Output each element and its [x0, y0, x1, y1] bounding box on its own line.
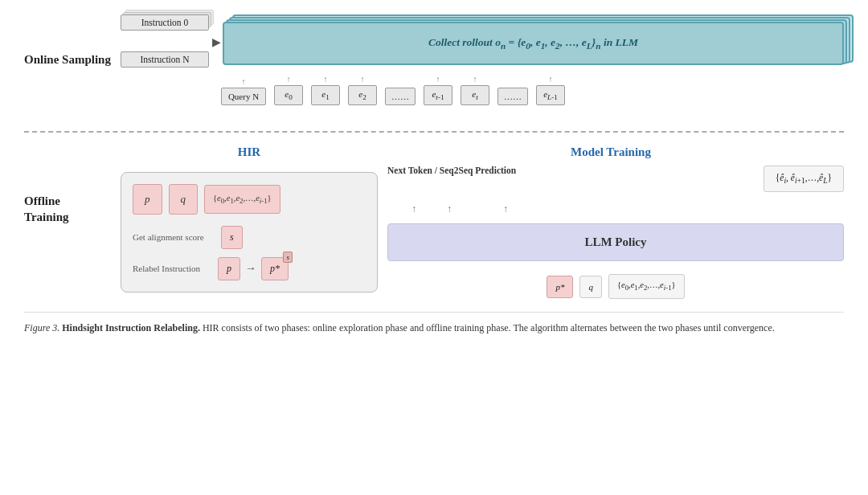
offline-training-section: OfflineTraining HIR Model Training p q {… [24, 145, 844, 298]
instruction-0-box: Instruction 0 [121, 14, 209, 31]
arrow-to-llm-3: ↑ [503, 203, 508, 215]
model-training-top: Next Token / Seq2Seq Prediction {êi, êi+… [387, 166, 844, 192]
rollout-box: Collect rollout on = {e0, e1, e2, …, eL}… [223, 22, 844, 65]
e2-group: ↑ e2 [346, 76, 379, 105]
section-headers: HIR Model Training [121, 145, 844, 159]
online-sampling-section: Online Sampling Instruction 0 Instructio… [24, 14, 844, 117]
hir-row1: p q {e0,e1,e2,…,ei-1} [133, 184, 366, 215]
hir-q-box: q [169, 184, 199, 215]
caption-bold: Hindsight Instruction Relabeling. [62, 322, 200, 333]
e2-token: e2 [348, 85, 377, 105]
dots1-token: …… [385, 88, 416, 105]
dots2-group: …… [495, 86, 530, 105]
arrow-to-llm-2: ↑ [447, 203, 452, 215]
et-1-group: ↑ et-1 [421, 76, 455, 105]
e1-group: ↑ e1 [309, 76, 342, 105]
hir-panel: p q {e0,e1,e2,…,ei-1} Get alignment scor… [121, 172, 378, 292]
et-1-token: et-1 [424, 85, 452, 105]
hir-p2-box: p [218, 257, 240, 280]
online-diagram: Instruction 0 Instruction 0 Instruction … [121, 14, 844, 105]
et-token: et [461, 85, 489, 105]
s-badge: s [283, 252, 293, 263]
hir-model-container: HIR Model Training p q {e0,e1,e2,…,ei-1}… [121, 145, 844, 298]
offline-training-label: OfflineTraining [24, 194, 113, 225]
section-divider [24, 131, 844, 133]
model-q-box: q [579, 276, 602, 298]
e0-group: ↑ e0 [272, 76, 305, 105]
online-sampling-label: Online Sampling [24, 52, 113, 68]
instruction-n-box: Instruction N [121, 51, 209, 68]
model-inputs-row: p* q {e0,e1,e2,…,ei-1} [387, 274, 844, 298]
e1-token: e1 [311, 85, 340, 105]
llm-policy-box: LLM Policy [387, 223, 844, 261]
next-token-label: Next Token / Seq2Seq Prediction [387, 166, 516, 175]
hir-header: HIR [121, 145, 378, 159]
model-header: Model Training [378, 145, 844, 159]
query-n-token: Query N [221, 88, 266, 105]
figure-number: Figure 3. [24, 322, 59, 333]
e0-token: e0 [274, 85, 303, 105]
et-group: ↑ et [458, 76, 492, 105]
figure-caption: Figure 3. Hindsight Instruction Relabeli… [24, 312, 844, 335]
relabel-label: Relabel Instruction [133, 264, 213, 273]
model-context-box: {e0,e1,e2,…,ei-1} [608, 274, 685, 298]
eL-1-group: ↑ eL-1 [534, 76, 567, 105]
dots1-group: …… [383, 86, 418, 105]
instruction-to-rollout-arrow: ▶ [212, 35, 221, 49]
hir-p-box: p [133, 184, 162, 215]
query-n-group: ↑ Query N [219, 78, 268, 105]
model-panel: Next Token / Seq2Seq Prediction {êi, êi+… [387, 166, 844, 298]
hir-context-box: {e0,e1,e2,…,ei-1} [204, 185, 280, 214]
eL-1-token: eL-1 [536, 85, 565, 105]
hir-p-star-box: p* s [261, 257, 289, 280]
bottom-panels: p q {e0,e1,e2,…,ei-1} Get alignment scor… [121, 166, 844, 298]
align-score-label: Get alignment score [133, 232, 213, 242]
model-p-star-box: p* [547, 276, 573, 298]
arrow-to-llm-1: ↑ [411, 203, 416, 215]
hir-s-box: s [221, 226, 243, 249]
caption-text: HIR consists of two phases: online explo… [203, 322, 775, 333]
e-hat-box: {êi, êi+1,…,êL} [764, 166, 844, 192]
hir-alignment-row: Get alignment score s [133, 226, 366, 249]
hir-relabel-row: Relabel Instruction p → p* s [133, 257, 366, 280]
relabel-arrow: → [245, 262, 256, 275]
dots2-token: …… [497, 88, 528, 105]
